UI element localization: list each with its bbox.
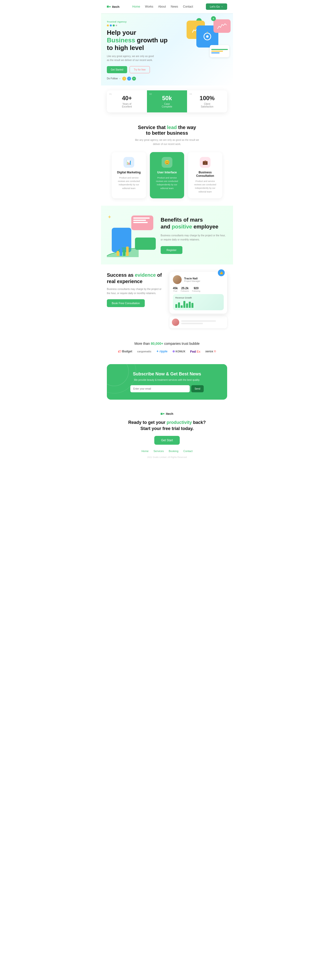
footer-logo: itech [107, 412, 227, 415]
service-card-consultation: 💼 Business Consultation Product and serv… [188, 152, 222, 199]
svg-point-1 [206, 35, 209, 38]
stat-years: 01 40+ Years ofExcellent [107, 91, 147, 112]
secondary-widget [169, 316, 227, 328]
logo-ripple: ✦ripple [156, 350, 168, 353]
stats-section: 01 40+ Years ofExcellent 02 50k CaseComp… [107, 91, 227, 112]
cta-footer: itech Ready to get your productivity bac… [101, 404, 233, 466]
bar-chart [117, 245, 128, 256]
nav-contact[interactable]: Contact [183, 5, 193, 8]
secondary-info [181, 320, 225, 324]
email-input[interactable] [130, 385, 190, 392]
footer-nav-contact[interactable]: Contact [184, 450, 193, 453]
trust-title: More than 80,000+ companies trust bubble [107, 342, 227, 345]
widget-chart: Revenue Growth [173, 294, 224, 310]
experience-section: Success as evidence of real experience B… [101, 264, 233, 336]
nav-links: Home Works About News Contact [132, 5, 193, 8]
get-started-button[interactable]: Get Started [107, 66, 127, 73]
widget-avatar [173, 275, 182, 284]
brand-logos: 🏷Budget cargomatic ✦ripple ⊕KONUX FedEx … [107, 350, 227, 353]
logo-icon [107, 6, 111, 8]
nav-cta-button[interactable]: Let's Go → [206, 3, 227, 10]
benefits-illustration: + [107, 213, 156, 257]
experience-desc: Business consultants may charge by the p… [107, 287, 165, 295]
like-badge-icon: 👍 [218, 269, 225, 276]
benefits-text: Benefits of mars and positive employee B… [161, 216, 227, 254]
social-icon-1[interactable]: f [122, 76, 126, 81]
trust-section: More than 80,000+ companies trust bubble… [101, 336, 233, 359]
stat-cases: 02 50k CaseComplete [147, 91, 187, 112]
subscribe-sub: We provide beauty & treatment services w… [113, 379, 221, 381]
pink-box [214, 19, 231, 33]
subscribe-section: Subscribe Now & Get Best News We provide… [107, 364, 227, 399]
social-icon-3[interactable]: in [132, 76, 136, 81]
register-button[interactable]: Register [161, 246, 182, 254]
experience-widget: 👍 Tracie Nall Project Manager 45k Post 2… [169, 272, 227, 328]
follow-row: Do Follow → f t in [107, 76, 227, 81]
benefits-section: + Benefits of mars [101, 206, 233, 264]
service-card-ui: 😊 User Interface Product and service rev… [150, 152, 184, 199]
logo[interactable]: itech [107, 5, 119, 9]
logo-cargomatic: cargomatic [137, 350, 152, 353]
nav-works[interactable]: Works [145, 5, 153, 8]
subscribe-title: Subscribe Now & Get Best News [113, 371, 221, 377]
book-consultation-button[interactable]: Book Free Consultation [107, 299, 145, 307]
benefit-pink-block [131, 215, 153, 230]
ui-icon: 😊 [161, 157, 173, 168]
logo-xerox: xerox® [206, 350, 216, 353]
footer-nav: Home Services Booking Contact [107, 450, 227, 453]
hero-subtext: Like any great agency, we are only as go… [107, 54, 156, 62]
service-card-marketing: 📊 Digital Marketing Product and service … [112, 152, 146, 199]
footer-copyright: 2021 Snalix Limited. All Rights Reserved [107, 456, 227, 458]
stat-satisfaction: 03 100% ClientSatisfaction [187, 91, 227, 112]
social-icon-2[interactable]: t [127, 76, 131, 81]
experience-text: Success as evidence of real experience B… [107, 272, 165, 307]
hero-illustration: ↑ + [177, 18, 231, 60]
digital-marketing-icon: 📊 [123, 157, 134, 168]
footer-nav-home[interactable]: Home [141, 450, 149, 453]
navbar: itech Home Works About News Contact Let'… [101, 0, 233, 13]
chart-bars [175, 301, 221, 308]
secondary-avatar [172, 318, 179, 326]
services-grid: 📊 Digital Marketing Product and service … [107, 152, 227, 199]
benefits-heading: Benefits of mars and positive employee [161, 216, 227, 231]
benefits-desc: Business consultants may charge by the p… [161, 233, 227, 242]
nav-home[interactable]: Home [132, 5, 140, 8]
consultation-icon: 💼 [200, 157, 211, 168]
cta-heading: Ready to get your productivity back? Sta… [107, 420, 227, 432]
widget-header: Tracie Nall Project Manager [173, 275, 224, 284]
footer-nav-services[interactable]: Services [154, 450, 164, 453]
plus-icon: + [108, 214, 111, 220]
profile-widget: 👍 Tracie Nall Project Manager 45k Post 2… [169, 272, 227, 314]
white-box [210, 45, 230, 57]
experience-heading: Success as evidence of real experience [107, 272, 165, 285]
subscribe-form: Send [130, 385, 204, 392]
get-start-button[interactable]: Get Start [154, 436, 180, 445]
footer-nav-booking[interactable]: Booking [169, 450, 179, 453]
stat-followers: 25.2k Followers [181, 286, 189, 292]
hero-buttons: Get Started Try for free [107, 66, 227, 73]
logo-budget: 🏷Budget [118, 350, 132, 353]
star-icon: + [211, 16, 216, 21]
widget-stats: 45k Post 25.2k Followers 920 Following [173, 286, 224, 292]
logo-fedex: FedEx [190, 350, 201, 353]
services-title: Service that lead the way to better busi… [107, 125, 227, 136]
nav-news[interactable]: News [171, 5, 178, 8]
try-free-button[interactable]: Try for free [130, 66, 150, 73]
services-section: Service that lead the way to better busi… [101, 117, 233, 206]
stat-following: 920 Following [192, 286, 200, 292]
nav-about[interactable]: About [158, 5, 166, 8]
logo-konux: ⊕KONUX [173, 350, 185, 353]
services-sub: like any great agency, we are only as go… [133, 138, 201, 146]
widget-user-info: Tracie Nall Project Manager [184, 277, 224, 282]
hero-section: Trusted Agency Help your Business growth… [101, 13, 233, 86]
send-button[interactable]: Send [191, 385, 204, 392]
logo-text: itech [112, 5, 119, 9]
social-icons: f t in [122, 76, 136, 81]
stat-post: 45k Post [173, 286, 178, 292]
